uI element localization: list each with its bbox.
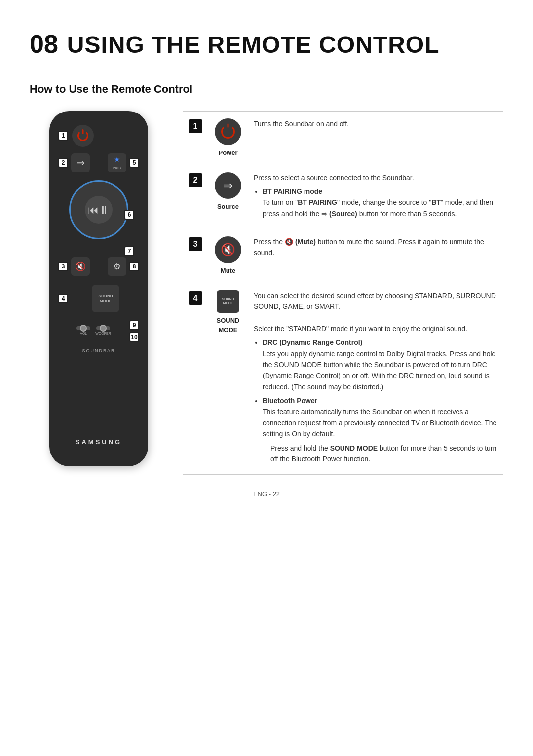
remote-label-10: 10: [129, 332, 139, 342]
remote-nav-circle: ⏮⏸: [69, 180, 128, 239]
woofer-label: WOOFER: [95, 331, 111, 337]
bt-pairing-title: BT PAIRING mode: [263, 188, 322, 195]
icon-cell-mute: 🔇 Mute: [208, 229, 248, 283]
instruction-row-4: 4 SOUNDMODE SOUND MODE You can select th…: [183, 283, 503, 475]
sound-mode-icon-wrapper: SOUNDMODE: [214, 290, 242, 313]
remote-mute-button: 🔇: [71, 257, 90, 276]
instructions-section: 1 Power Turns the Soundbar on and off. 2: [183, 111, 503, 475]
soundmode-description: You can select the desired sound effect …: [248, 283, 503, 475]
num-box-3: 3: [189, 237, 202, 251]
soundbar-label: SOUNDBAR: [82, 348, 115, 355]
power-icon-label: Power: [214, 148, 242, 158]
vol-track: [76, 326, 90, 330]
page-footer: ENG - 22: [30, 490, 503, 499]
remote-label-9: 9: [129, 320, 139, 330]
settings-icon: ⚙: [113, 260, 121, 273]
remote-bt-button: ★ PAIR: [108, 153, 126, 172]
remote-body: 1 2 ⇒ ★ PAIR 5: [49, 111, 148, 466]
remote-label-5: 5: [129, 158, 139, 168]
remote-illustration: 1 2 ⇒ ★ PAIR 5: [30, 111, 168, 466]
power-icon-circle: [215, 118, 241, 145]
remote-label-1: 1: [58, 131, 68, 141]
instructions-table: 1 Power Turns the Soundbar on and off. 2: [183, 111, 503, 475]
remote-label-8: 8: [129, 262, 139, 271]
sound-mode-icon-text: SOUNDMODE: [99, 294, 113, 303]
source-table-icon: ⇒: [223, 177, 233, 194]
bluetooth-icon: ★: [114, 154, 120, 165]
vol-slider: VOL: [76, 326, 90, 337]
remote-label-4: 4: [58, 294, 68, 303]
vol-label: VOL: [80, 331, 87, 337]
num-box-4: 4: [189, 291, 202, 305]
icon-cell-power: Power: [208, 112, 248, 165]
soundmode-icon-label: SOUND MODE: [214, 316, 242, 335]
section-subtitle: How to Use the Remote Control: [30, 81, 503, 97]
play-pause-icon: ⏮⏸: [88, 202, 110, 218]
remote-power-button: [72, 125, 94, 147]
icon-cell-soundmode: SOUNDMODE SOUND MODE: [208, 283, 248, 475]
remote-play-pause-button: ⏮⏸: [85, 196, 113, 224]
samsung-label: SAMSUNG: [76, 422, 122, 447]
woofer-track: [96, 326, 110, 330]
row-num-4: 4: [183, 283, 208, 475]
instruction-row-2: 2 ⇒ Source Press to select a source conn…: [183, 165, 503, 229]
chapter-number: 08: [30, 25, 58, 63]
soundmode-standard-note: Select the "STANDARD" mode if you want t…: [254, 325, 467, 333]
woofer-slider: WOOFER: [95, 326, 111, 337]
power-description: Turns the Soundbar on and off.: [248, 112, 503, 165]
page-title: 08 USING THE REMOTE CONTROL: [30, 25, 503, 63]
row-num-3: 3: [183, 229, 208, 283]
pair-label: PAIR: [113, 165, 121, 171]
power-table-icon: [221, 125, 235, 139]
remote-label-2: 2: [58, 158, 68, 168]
source-icon-label: Source: [214, 202, 242, 212]
mute-description: Press the 🔇 (Mute) button to mute the so…: [248, 229, 503, 283]
instruction-row-1: 1 Power Turns the Soundbar on and off.: [183, 112, 503, 165]
remote-label-3: 3: [58, 262, 68, 271]
bt-power-text: This feature automatically turns the Sou…: [263, 408, 496, 438]
soundmode-intro: You can select the desired sound effect …: [254, 292, 496, 310]
bt-power-title: Bluetooth Power: [263, 397, 317, 405]
remote-label-7: 7: [124, 246, 134, 256]
remote-source-button: ⇒: [71, 153, 90, 172]
instruction-row-3: 3 🔇 Mute Press the 🔇 (Mute) button to mu…: [183, 229, 503, 283]
remote-settings-button: ⚙: [108, 257, 126, 276]
bt-power-sub: Press and hold the SOUND MODE button for…: [270, 444, 496, 463]
sm-box-text: SOUNDMODE: [222, 297, 234, 305]
power-icon: [77, 130, 88, 141]
footer-text: ENG - 22: [253, 491, 280, 498]
mute-icon-label: Mute: [214, 266, 242, 276]
row-num-1: 1: [183, 112, 208, 165]
drc-title: DRC (Dynamic Range Control): [263, 339, 362, 346]
mute-icon: 🔇: [75, 260, 86, 273]
source-icon: ⇒: [76, 155, 85, 170]
row-num-2: 2: [183, 165, 208, 229]
mute-icon-circle: 🔇: [215, 236, 241, 263]
num-box-1: 1: [189, 119, 202, 133]
remote-label-6: 6: [124, 210, 134, 220]
sound-mode-table-icon: SOUNDMODE: [217, 290, 239, 313]
remote-sound-mode-button: SOUNDMODE: [92, 285, 119, 312]
num-box-2: 2: [189, 173, 202, 187]
drc-text: Lets you apply dynamic range control to …: [263, 350, 495, 391]
source-description: Press to select a source connected to th…: [248, 165, 503, 229]
mute-table-icon: 🔇: [221, 241, 235, 259]
source-icon-circle: ⇒: [215, 172, 241, 199]
icon-cell-source: ⇒ Source: [208, 165, 248, 229]
title-text: USING THE REMOTE CONTROL: [67, 27, 440, 63]
